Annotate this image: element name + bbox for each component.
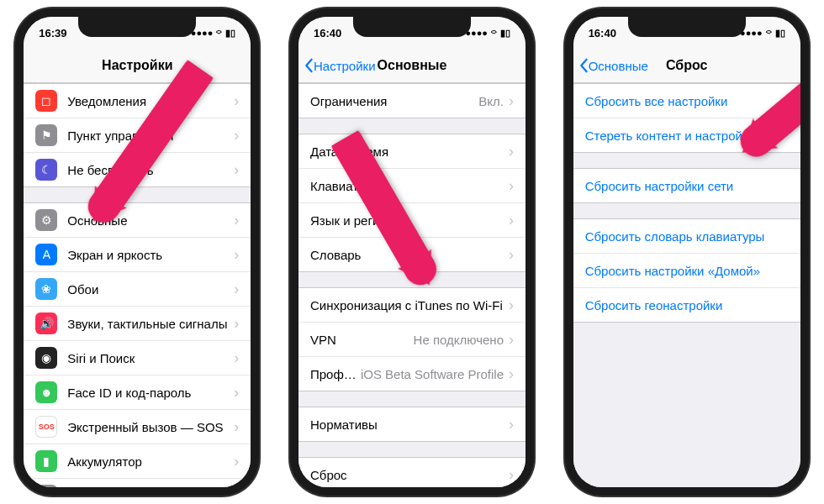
row-label: Siri и Поиск (67, 351, 234, 365)
row-do-not-disturb[interactable]: ☾Не беспокоить› (24, 153, 251, 186)
chevron-right-icon: › (509, 144, 514, 159)
battery-icon: ▮▯ (775, 28, 785, 39)
row-notifications[interactable]: ◻Уведомления› (24, 84, 251, 118)
chevron-right-icon: › (509, 332, 514, 347)
chevron-right-icon: › (509, 93, 514, 108)
row-value: Не подключено (414, 333, 504, 347)
wifi-icon: ⌔ (491, 28, 497, 38)
row-display[interactable]: AЭкран и яркость› (24, 238, 251, 272)
row-label: Язык и регион (310, 213, 509, 228)
row-itunes-wifi[interactable]: Синхронизация с iTunes по Wi-Fi› (298, 288, 526, 323)
battery-icon: ▮▯ (225, 28, 235, 39)
row-label: Сбросить словарь клавиатуры (585, 229, 789, 244)
faceid-icon: ☻ (35, 381, 57, 403)
row-label: Аккумулятор (67, 454, 234, 469)
phone-mockup: 16:40●●●●⌔▮▯СбросОсновныеСбросить все на… (565, 8, 809, 496)
chevron-right-icon: › (509, 417, 514, 432)
row-reset-home[interactable]: Сбросить настройки «Домой» (573, 254, 800, 288)
privacy-icon: ✋ (35, 485, 57, 487)
chevron-right-icon: › (509, 366, 514, 381)
row-label: Не беспокоить (67, 163, 234, 177)
sos-icon: SOS (35, 416, 57, 438)
nav-back-button[interactable]: Настройки (304, 58, 376, 73)
row-datetime[interactable]: Дата и время› (298, 134, 526, 169)
row-label: Основные (67, 213, 234, 228)
row-label: Экран и яркость (67, 248, 234, 262)
wallpaper-icon: ❀ (35, 278, 57, 300)
row-restrictions[interactable]: ОграниченияВкл.› (298, 84, 526, 118)
chevron-right-icon: › (509, 297, 514, 312)
row-label: Клавиатура (310, 179, 509, 193)
row-label: Ограничения (310, 94, 478, 108)
settings-group: Сбросить словарь клавиатурыСбросить наст… (573, 218, 800, 323)
row-label: Face ID и код-пароль (67, 386, 234, 400)
row-language[interactable]: Язык и регион› (298, 203, 526, 238)
settings-group: ⚙Основные›AЭкран и яркость›❀Обои›🔊Звуки,… (24, 202, 251, 487)
battery-icon: ▮▯ (500, 28, 510, 39)
settings-list: ОграниченияВкл.›Дата и время›Клавиатура›… (298, 83, 526, 487)
chevron-right-icon: › (234, 454, 239, 469)
row-reset-network[interactable]: Сбросить настройки сети (573, 169, 800, 202)
row-wallpaper[interactable]: ❀Обои› (24, 272, 251, 307)
nav-bar: СбросОсновные (573, 49, 800, 83)
nav-back-label: Настройки (314, 59, 376, 73)
row-faceid[interactable]: ☻Face ID и код-пароль› (24, 375, 251, 410)
row-label: Сбросить настройки «Домой» (585, 264, 789, 278)
row-regulatory[interactable]: Нормативы› (298, 407, 526, 441)
row-label: VPN (310, 333, 414, 347)
status-icons: ●●●●⌔▮▯ (465, 28, 510, 39)
row-reset-location[interactable]: Сбросить геонастройки (573, 288, 800, 322)
row-keyboard[interactable]: Клавиатура› (298, 169, 526, 203)
chevron-right-icon: › (509, 213, 514, 228)
row-erase-all[interactable]: Стереть контент и настройки (573, 118, 800, 152)
settings-group: ОграниченияВкл.› (298, 83, 526, 118)
nav-back-label: Основные (589, 59, 648, 73)
chevron-right-icon: › (234, 213, 239, 228)
row-profile[interactable]: ПрофильiOS Beta Software Profile› (298, 357, 526, 391)
row-label: Обои (67, 282, 234, 297)
notifications-icon: ◻ (35, 90, 57, 112)
wifi-icon: ⌔ (216, 28, 222, 38)
row-control-center[interactable]: ⚑Пункт управления› (24, 118, 251, 153)
settings-group: Нормативы› (298, 407, 526, 442)
battery-icon: ▮ (35, 450, 57, 472)
row-label: Профиль (310, 367, 361, 381)
row-label: Сброс (310, 468, 509, 482)
row-label: Уведомления (67, 94, 234, 108)
row-value: iOS Beta Software Profile (361, 367, 504, 381)
row-label: Пункт управления (67, 129, 234, 143)
row-label: Звуки, тактильные сигналы (67, 317, 234, 331)
row-privacy[interactable]: ✋Конфиденциальность› (24, 479, 251, 487)
status-icons: ●●●●⌔▮▯ (740, 28, 785, 39)
row-reset[interactable]: Сброс› (298, 458, 526, 487)
row-label: Сбросить геонастройки (585, 298, 789, 312)
row-siri[interactable]: ◉Siri и Поиск› (24, 341, 251, 375)
notch (353, 17, 471, 37)
row-battery[interactable]: ▮Аккумулятор› (24, 444, 251, 479)
chevron-right-icon: › (234, 350, 239, 365)
chevron-right-icon: › (234, 247, 239, 262)
chevron-right-icon: › (234, 316, 239, 331)
row-reset-keyboard[interactable]: Сбросить словарь клавиатуры (573, 219, 800, 254)
settings-group: Синхронизация с iTunes по Wi-Fi›VPNНе по… (298, 287, 526, 391)
nav-bar: ОсновныеНастройки (298, 49, 526, 83)
row-dictionary[interactable]: Словарь› (298, 238, 526, 271)
nav-title: Настройки (24, 58, 251, 73)
row-label: Словарь (310, 248, 509, 262)
sounds-icon: 🔊 (35, 312, 57, 334)
row-sounds[interactable]: 🔊Звуки, тактильные сигналы› (24, 307, 251, 341)
chevron-right-icon: › (234, 128, 239, 143)
settings-group: Дата и время›Клавиатура›Язык и регион›Сл… (298, 134, 526, 272)
row-label: Синхронизация с iTunes по Wi-Fi (310, 298, 509, 312)
settings-list: Сбросить все настройкиСтереть контент и … (573, 83, 800, 487)
row-label: Экстренный вызов — SOS (67, 420, 234, 434)
chevron-right-icon: › (234, 419, 239, 434)
status-time: 16:39 (39, 27, 66, 39)
row-vpn[interactable]: VPNНе подключено› (298, 323, 526, 357)
do-not-disturb-icon: ☾ (35, 159, 57, 181)
row-reset-all[interactable]: Сбросить все настройки (573, 84, 800, 118)
general-icon: ⚙ (35, 209, 57, 231)
row-general[interactable]: ⚙Основные› (24, 203, 251, 238)
nav-back-button[interactable]: Основные (578, 58, 648, 73)
row-sos[interactable]: SOSЭкстренный вызов — SOS› (24, 410, 251, 444)
